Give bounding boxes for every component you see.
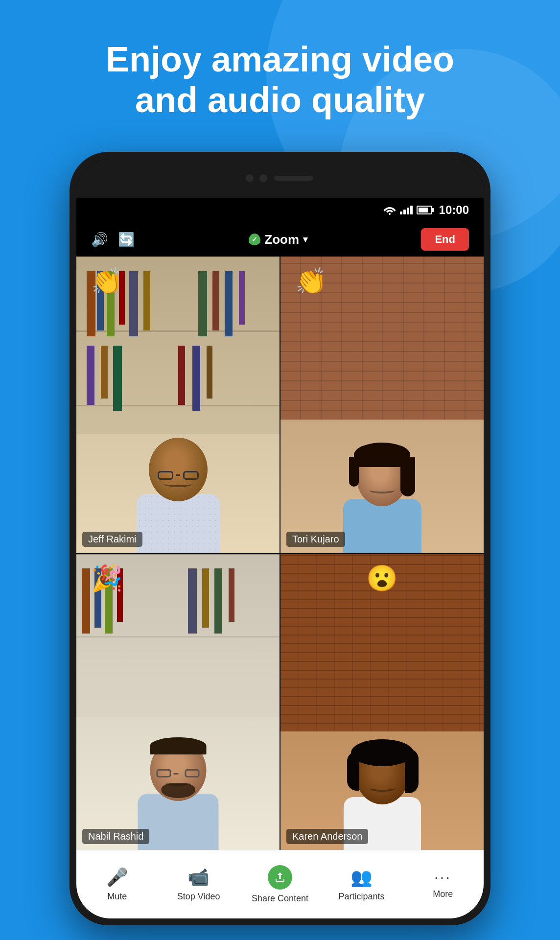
zoom-shield-icon — [249, 234, 260, 245]
share-content-icon — [268, 865, 292, 890]
battery-icon — [417, 206, 432, 214]
participants-icon: 👥 — [350, 867, 373, 888]
jeff-name-tag: Jeff Rakimi — [82, 532, 142, 547]
bottom-nav: 🎤 Mute 📹 Stop Video Share Content 👥 Pa — [76, 850, 484, 918]
video-cell-jeff: 👏 Jeff Rakimi — [76, 257, 280, 553]
nabil-person — [138, 740, 218, 850]
svg-point-0 — [389, 213, 391, 215]
nabil-emoji: 🎉 — [91, 564, 123, 593]
share-content-nav-item[interactable]: Share Content — [239, 865, 321, 904]
zoom-brand[interactable]: Zoom ▾ — [145, 232, 411, 247]
tori-emoji: 👏 — [295, 266, 327, 296]
share-content-label: Share Content — [252, 893, 308, 904]
more-icon: ··· — [434, 870, 451, 885]
mute-icon: 🎤 — [106, 867, 128, 888]
camera-dot-2 — [259, 174, 267, 182]
video-cell-tori: 👏 Tori Kujaro — [280, 257, 484, 553]
zoom-brand-label: Zoom — [264, 232, 299, 247]
jeff-person — [137, 438, 220, 553]
mute-nav-item[interactable]: 🎤 Mute — [76, 867, 158, 902]
participants-nav-item[interactable]: 👥 Participants — [321, 867, 402, 902]
camera-flip-icon[interactable]: 🔄 — [118, 232, 135, 248]
more-label: More — [433, 889, 453, 899]
stop-video-nav-item[interactable]: 📹 Stop Video — [158, 867, 239, 902]
participants-label: Participants — [338, 892, 384, 902]
more-nav-item[interactable]: ··· More — [402, 870, 484, 899]
camera-dot — [246, 174, 254, 182]
status-icons — [383, 205, 432, 215]
signal-icon — [400, 206, 413, 214]
video-cell-nabil: 🎉 Nabil Rashid — [76, 554, 280, 850]
phone-speaker — [274, 176, 313, 181]
video-cell-karen: 😮 Karen Anderson — [280, 554, 484, 850]
tori-person — [343, 447, 421, 553]
zoom-toolbar: 🔊 🔄 Zoom ▾ End — [76, 222, 484, 257]
phone-mockup: 10:00 🔊 🔄 Zoom ▾ End — [70, 152, 490, 925]
stop-video-icon: 📹 — [187, 867, 210, 888]
mute-label: Mute — [107, 892, 127, 902]
tori-name-tag: Tori Kujaro — [286, 532, 345, 547]
status-time: 10:00 — [439, 203, 469, 217]
end-call-button[interactable]: End — [421, 228, 469, 251]
speaker-icon[interactable]: 🔊 — [91, 232, 108, 248]
karen-emoji: 😮 — [366, 564, 398, 593]
wifi-icon — [383, 205, 396, 215]
stop-video-label: Stop Video — [177, 892, 220, 902]
status-bar: 10:00 — [76, 198, 484, 222]
jeff-emoji: 👏 — [91, 266, 123, 296]
chevron-down-icon: ▾ — [303, 234, 307, 245]
video-grid: 👏 Jeff Rakimi — [76, 257, 484, 850]
karen-name-tag: Karen Anderson — [286, 829, 368, 844]
phone-notch — [76, 159, 484, 198]
headline-text: Enjoy amazing video and audio quality — [0, 39, 560, 120]
nabil-name-tag: Nabil Rashid — [82, 829, 149, 844]
